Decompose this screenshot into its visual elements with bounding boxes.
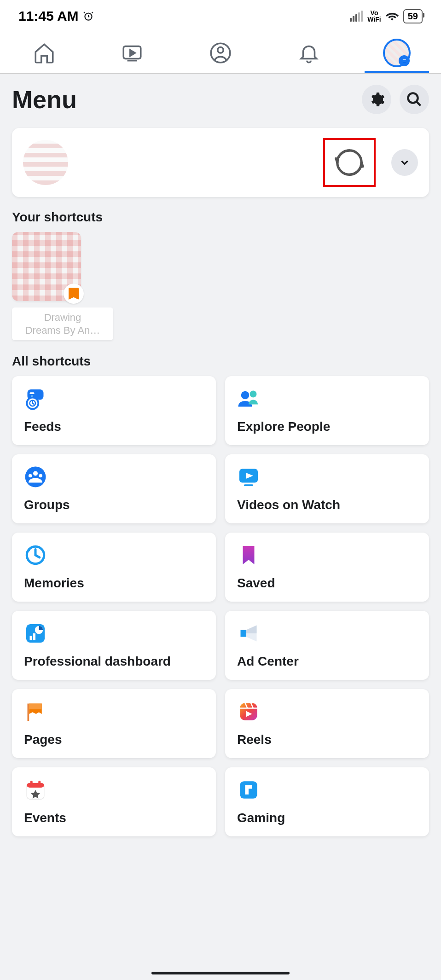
home-icon — [33, 41, 56, 64]
svg-rect-7 — [30, 392, 35, 394]
gesture-nav-handle[interactable] — [151, 972, 290, 974]
alarm-icon — [82, 10, 94, 22]
svg-rect-18 — [244, 484, 253, 486]
search-icon — [406, 91, 423, 108]
shortcut-item[interactable]: DrawingDreams By An… — [12, 232, 81, 340]
top-nav-tabs — [0, 32, 441, 74]
tile-professional-dashboard[interactable]: Professional dashboard — [12, 611, 216, 680]
tile-pages[interactable]: Pages — [12, 689, 216, 758]
svg-point-4 — [408, 93, 418, 103]
saved-icon — [237, 544, 260, 567]
search-button[interactable] — [400, 85, 429, 114]
page-title: Menu — [12, 85, 77, 114]
tab-notifications[interactable] — [295, 39, 323, 67]
tile-reels[interactable]: Reels — [225, 689, 429, 758]
tile-groups[interactable]: Groups — [12, 454, 216, 523]
vowifi-label: VoWiFi — [367, 10, 381, 23]
profile-card[interactable] — [12, 128, 429, 197]
profile-tab-icon — [209, 41, 232, 64]
switch-account-icon — [333, 146, 366, 179]
tile-feeds[interactable]: Feeds — [12, 376, 216, 445]
svg-rect-24 — [28, 704, 29, 721]
svg-point-14 — [33, 471, 38, 476]
menu-avatar-icon — [383, 39, 411, 67]
cell-signal-icon — [350, 11, 363, 22]
tile-saved[interactable]: Saved — [225, 533, 429, 602]
svg-rect-28 — [30, 781, 33, 785]
expand-profile-button[interactable] — [391, 149, 418, 176]
tab-profile[interactable] — [207, 39, 234, 67]
watch-icon — [237, 465, 260, 488]
events-icon — [24, 778, 47, 801]
svg-rect-22 — [30, 636, 32, 640]
svg-point-11 — [241, 391, 250, 400]
reels-icon — [237, 700, 260, 723]
tab-menu[interactable] — [383, 39, 411, 67]
content-area: Menu Your shortcuts DrawingDreams By An — [0, 74, 441, 980]
highlighted-switch-account[interactable] — [323, 138, 376, 187]
status-time: 11:45 AM — [18, 8, 79, 24]
tile-memories[interactable]: Memories — [12, 533, 216, 602]
people-icon — [237, 387, 260, 410]
tile-videos-watch[interactable]: Videos on Watch — [225, 454, 429, 523]
tab-video[interactable] — [118, 39, 146, 67]
shortcut-label: DrawingDreams By An… — [12, 307, 113, 340]
chevron-down-icon — [399, 157, 411, 168]
tile-explore-people[interactable]: Explore People — [225, 376, 429, 445]
shortcut-thumbnail — [12, 232, 81, 301]
tile-gaming[interactable]: Gaming — [225, 767, 429, 836]
settings-button[interactable] — [362, 85, 391, 114]
svg-rect-29 — [38, 781, 41, 785]
feeds-icon — [24, 387, 47, 410]
gear-icon — [368, 91, 385, 108]
wifi-icon — [386, 10, 399, 23]
svg-point-15 — [29, 474, 32, 478]
your-shortcuts-heading: Your shortcuts — [12, 210, 429, 225]
shortcuts-grid: Feeds Explore People Groups Videos on Wa… — [12, 376, 429, 836]
bell-icon — [297, 41, 320, 64]
svg-point-13 — [25, 467, 46, 487]
svg-rect-25 — [240, 703, 257, 720]
svg-point-3 — [218, 47, 224, 53]
video-tab-icon — [121, 41, 144, 64]
battery-indicator: 59 — [403, 9, 423, 23]
profile-avatar — [23, 140, 68, 185]
active-tab-indicator — [365, 71, 429, 73]
memories-icon — [24, 544, 47, 567]
svg-rect-23 — [33, 633, 35, 640]
svg-point-12 — [250, 391, 257, 398]
shortcut-page-badge-icon — [64, 284, 84, 304]
tab-home[interactable] — [30, 39, 58, 67]
gaming-icon — [237, 778, 260, 801]
tile-events[interactable]: Events — [12, 767, 216, 836]
status-bar: 11:45 AM VoWiFi 59 — [0, 0, 441, 32]
groups-icon — [24, 465, 47, 488]
dashboard-icon — [24, 622, 47, 645]
svg-point-16 — [39, 474, 43, 478]
pages-icon — [24, 700, 47, 723]
ad-center-icon — [237, 622, 260, 645]
tile-ad-center[interactable]: Ad Center — [225, 611, 429, 680]
all-shortcuts-heading: All shortcuts — [12, 354, 429, 369]
svg-rect-27 — [27, 783, 44, 788]
